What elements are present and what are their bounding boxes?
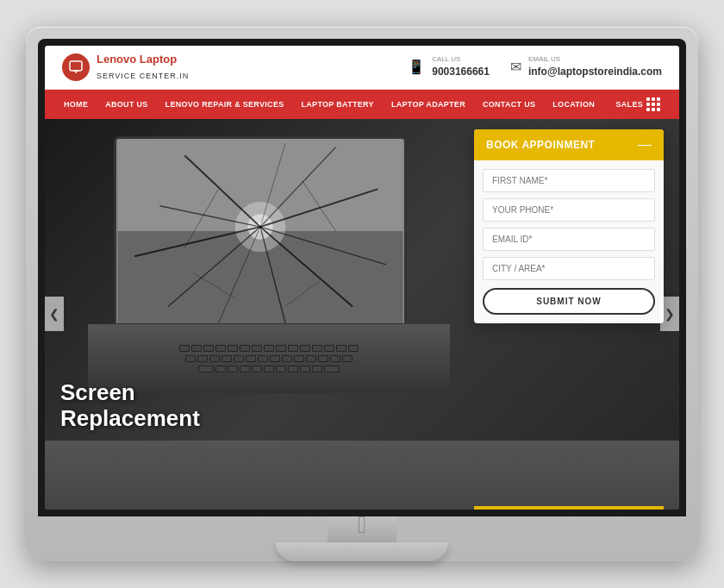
email-text: EMAIL US info@laptopstoreindia.com xyxy=(528,55,662,78)
svg-rect-0 xyxy=(70,61,82,71)
grid-icon xyxy=(646,97,660,111)
nav-about[interactable]: ABOUT US xyxy=(97,92,156,116)
apple-logo:  xyxy=(358,513,366,537)
desk-surface xyxy=(45,441,679,510)
submit-button[interactable]: SUBMIT NOW xyxy=(483,288,655,315)
nav-home[interactable]: HOME xyxy=(55,92,97,116)
nav-repair[interactable]: LENOVO REPAIR & SERVICES xyxy=(157,92,293,116)
nav-sales[interactable]: SALES xyxy=(607,90,669,119)
form-minimize[interactable]: — xyxy=(638,138,652,152)
email-icon: ✉ xyxy=(510,59,521,75)
email-address: info@laptopstoreindia.com xyxy=(528,66,662,78)
hero-title: Screen Replacement xyxy=(60,380,200,432)
screen: Lenovo Laptop SERVICE CENTER.IN 📱 CALL U… xyxy=(45,46,679,510)
email-label: EMAIL US xyxy=(528,55,662,63)
call-number: 9003166661 xyxy=(432,66,490,78)
monitor: Lenovo Laptop SERVICE CENTER.IN 📱 CALL U… xyxy=(26,27,698,561)
hero-section: Screen Replacement ❮ ❯ BOOK APPOINMENT xyxy=(45,119,679,510)
cracked-screen xyxy=(116,139,404,323)
call-label: CALL US xyxy=(432,55,490,63)
nav-location[interactable]: LOCATION xyxy=(544,92,603,116)
prev-arrow[interactable]: ❮ xyxy=(45,297,64,331)
stand-base xyxy=(276,542,448,561)
call-text: CALL US 9003166661 xyxy=(432,55,490,78)
appointment-form: BOOK APPOINMENT — SUBMIT NOW xyxy=(474,129,664,323)
phone-input[interactable] xyxy=(483,198,655,222)
bottom-accent xyxy=(474,506,664,510)
screen-bezel: Lenovo Laptop SERVICE CENTER.IN 📱 CALL U… xyxy=(38,39,686,516)
contact-info: 📱 CALL US 9003166661 ✉ EMAIL US info@lap… xyxy=(408,55,662,78)
city-input[interactable] xyxy=(483,257,655,280)
crack-svg xyxy=(116,139,404,323)
brand-sub: SERVICE CENTER.IN xyxy=(97,72,189,80)
logo-text: Lenovo Laptop SERVICE CENTER.IN xyxy=(97,53,189,82)
site-header: Lenovo Laptop SERVICE CENTER.IN 📱 CALL U… xyxy=(45,46,679,90)
form-body: SUBMIT NOW xyxy=(474,160,664,323)
email-info: ✉ EMAIL US info@laptopstoreindia.com xyxy=(510,55,662,78)
form-title: BOOK APPOINMENT xyxy=(486,139,595,151)
logo-icon xyxy=(62,53,90,81)
first-name-input[interactable] xyxy=(483,169,655,192)
nav-battery[interactable]: LAPTOP BATTERY xyxy=(293,92,383,116)
logo-area: Lenovo Laptop SERVICE CENTER.IN xyxy=(62,53,189,82)
phone-icon: 📱 xyxy=(408,59,425,75)
nav-contact[interactable]: CONTACT US xyxy=(474,92,544,116)
email-input[interactable] xyxy=(483,228,655,251)
navbar: HOME ABOUT US LENOVO REPAIR & SERVICES L… xyxy=(45,90,679,119)
hero-text: Screen Replacement xyxy=(60,380,200,432)
laptop-screen xyxy=(114,136,407,326)
form-header: BOOK APPOINMENT — xyxy=(474,129,664,160)
brand-name: Lenovo Laptop xyxy=(97,53,189,66)
call-info: 📱 CALL US 9003166661 xyxy=(408,55,490,78)
nav-adapter[interactable]: LAPTOP ADAPTER xyxy=(383,92,474,116)
